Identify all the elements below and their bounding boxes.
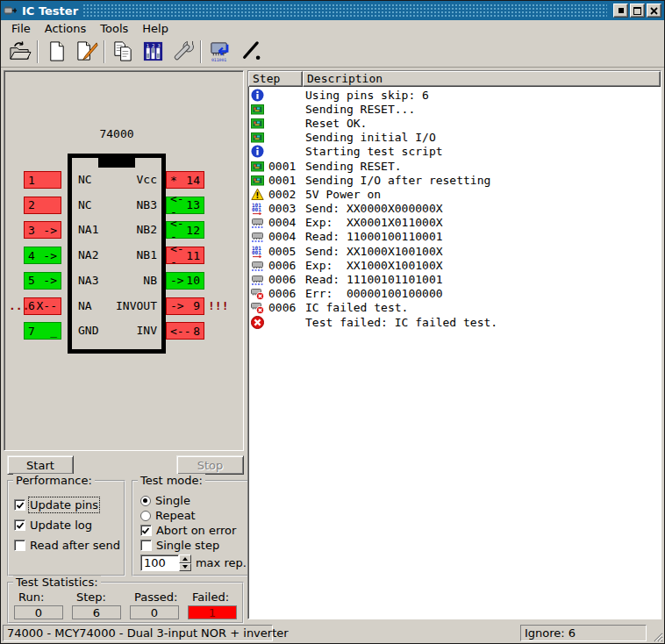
info-icon xyxy=(251,145,264,158)
abort-on-error-checkbox[interactable] xyxy=(140,525,152,536)
pin-4-box[interactable]: 4-> xyxy=(24,247,61,264)
pin-number: 12 xyxy=(186,224,200,237)
log-rows: Using pins skip: 6Sending RESET...Reset … xyxy=(249,88,660,618)
log-row[interactable]: Sending initial I/O xyxy=(249,131,660,145)
pin-10-box[interactable]: ->10 xyxy=(166,272,204,290)
single-row: Single xyxy=(140,494,247,507)
arrow-down-icon xyxy=(182,565,188,569)
pin-number: 8 xyxy=(193,325,200,338)
open-button[interactable] xyxy=(4,39,34,65)
log-row[interactable]: 1010010003Send: XX0000X000000X xyxy=(249,202,660,216)
log-panel: Step Description Using pins skip: 6Sendi… xyxy=(247,70,661,619)
log-row[interactable]: 0006Exp: XX1000X100100X xyxy=(249,258,660,272)
single-step-label[interactable]: Single step xyxy=(156,539,219,552)
log-row[interactable]: Test failed: IC failed test. xyxy=(249,315,660,329)
settings-button[interactable] xyxy=(168,39,197,65)
menu-tools[interactable]: Tools xyxy=(93,21,135,36)
pin-2-box[interactable]: 2 xyxy=(24,197,61,214)
menu-actions[interactable]: Actions xyxy=(38,21,94,36)
update-pins-checkbox[interactable] xyxy=(14,499,25,511)
pin-5-box[interactable]: 5-> xyxy=(24,272,61,290)
pin-3-box[interactable]: 3-> xyxy=(24,221,61,239)
performance-legend: Performance: xyxy=(13,474,95,487)
column-header-description[interactable]: Description xyxy=(303,71,661,87)
pin-8-box[interactable]: <--8 xyxy=(166,322,204,340)
statistics-labels: Run:Step:Passed:Failed: xyxy=(12,590,239,605)
menu-file[interactable]: File xyxy=(4,21,38,36)
log-row[interactable]: Sending RESET... xyxy=(249,102,660,116)
log-row[interactable]: Using pins skip: 6 xyxy=(249,88,660,102)
single-step-checkbox[interactable] xyxy=(140,540,152,551)
maximize-button[interactable] xyxy=(630,4,645,18)
read-after-send-label[interactable]: Read after send xyxy=(30,539,120,552)
abort-on-error-label[interactable]: Abort on error xyxy=(156,524,236,537)
pin-number: 9 xyxy=(193,299,200,312)
pin-13-signal-label: NB3 xyxy=(108,197,157,214)
pin-direction-arrow: <-- xyxy=(170,217,186,243)
log-description: Using pins skip: 6 xyxy=(305,89,429,102)
app-chip-icon xyxy=(4,4,18,18)
chip-error-icon xyxy=(251,287,264,300)
read-after-send-checkbox[interactable] xyxy=(14,540,25,551)
log-row[interactable]: 0006Err: 00000100100000 xyxy=(249,287,660,301)
pin-direction-arrow: -> xyxy=(170,274,184,287)
pin-12-box[interactable]: <--12 xyxy=(166,221,204,239)
pin-5-signal-label: NA3 xyxy=(78,272,98,290)
menu-help[interactable]: Help xyxy=(135,21,175,36)
pin-1-box[interactable]: 1 xyxy=(24,171,61,189)
single-label[interactable]: Single xyxy=(155,494,190,507)
spin-up-button[interactable] xyxy=(179,555,191,563)
open-folder-icon xyxy=(8,40,32,62)
repeat-radio[interactable] xyxy=(140,511,151,521)
new-button[interactable] xyxy=(41,39,71,65)
log-row[interactable]: 0006IC failed test. xyxy=(249,301,660,315)
update-log-checkbox[interactable] xyxy=(14,519,25,531)
log-description: Send: XX1000X100100X xyxy=(305,245,443,258)
pin-14-box[interactable]: *14 xyxy=(166,171,204,189)
pin-13-box[interactable]: <--13 xyxy=(166,197,204,214)
log-row[interactable]: 0004Read: 11000100110001 xyxy=(249,230,660,244)
log-row[interactable]: Starting test script xyxy=(249,145,660,159)
pin-9-box[interactable]: ->9 xyxy=(166,297,204,315)
log-row[interactable]: 0001Sending I/O after resetting xyxy=(249,173,660,187)
max-rep-row: max rep. xyxy=(140,555,247,571)
column-header-step[interactable]: Step xyxy=(248,71,303,87)
log-row[interactable]: 0001Sending RESET. xyxy=(249,159,660,173)
pin-11-box[interactable]: <--11 xyxy=(166,247,204,264)
send-bits-icon: 101001 xyxy=(251,245,264,258)
log-row[interactable]: 00025V Power on xyxy=(249,187,660,201)
max-rep-input[interactable] xyxy=(140,555,179,571)
pin-number: 2 xyxy=(28,198,35,211)
close-button[interactable] xyxy=(647,4,661,18)
pin-direction-arrow: -> xyxy=(43,274,57,287)
pin-setup-button[interactable]: 1 2 3 xyxy=(138,39,168,65)
test-statistics-legend: Test Statistics: xyxy=(13,576,101,589)
log-description: IC failed test. xyxy=(305,301,408,314)
minimize-button[interactable] xyxy=(613,4,628,18)
dip-switch-icon: 1 2 3 xyxy=(141,40,165,62)
run-test-button[interactable]: 011001 xyxy=(204,39,234,65)
update-log-label[interactable]: Update log xyxy=(30,519,92,532)
repeat-label[interactable]: Repeat xyxy=(155,509,196,522)
log-row[interactable]: 1010010005Send: XX1000X100100X xyxy=(249,244,660,258)
pin-7-box[interactable]: 7_ xyxy=(24,322,61,340)
single-radio[interactable] xyxy=(140,496,151,506)
start-button[interactable]: Start xyxy=(7,455,74,475)
update-pins-label[interactable]: Update pins xyxy=(30,498,98,512)
warning-icon xyxy=(251,188,264,201)
svg-text:011001: 011001 xyxy=(211,58,225,62)
pin-9-alert-marker: !!! xyxy=(208,297,228,315)
log-row[interactable]: 0004Exp: XX0001X011000X xyxy=(249,216,660,230)
log-row[interactable]: 0006Read: 11100101101001 xyxy=(249,272,660,286)
resize-grip[interactable] xyxy=(651,630,663,642)
arrow-up-icon xyxy=(182,557,188,561)
options-row: Performance: Update pinsUpdate logRead a… xyxy=(4,480,244,576)
left-column: 74000 1NC2NC3->NA14->NA25->NA36X--NA...7… xyxy=(4,70,244,619)
log-row[interactable]: Reset OK. xyxy=(249,116,660,130)
edit-button[interactable] xyxy=(71,39,101,65)
copy-button[interactable] xyxy=(108,39,138,65)
spin-down-button[interactable] xyxy=(179,563,191,572)
main-area: 74000 1NC2NC3->NA14->NA25->NA36X--NA...7… xyxy=(1,68,664,622)
pin-number: 13 xyxy=(186,198,200,211)
probe-button[interactable] xyxy=(234,39,264,65)
